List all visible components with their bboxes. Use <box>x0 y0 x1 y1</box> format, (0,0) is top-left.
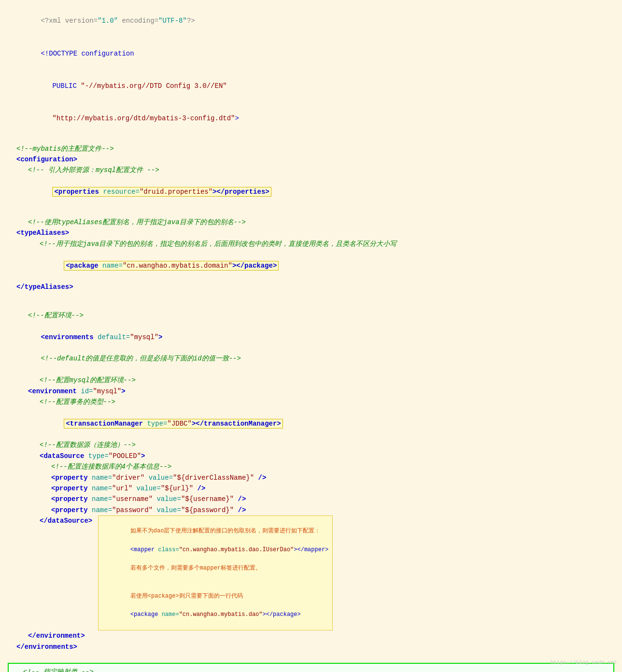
code-area: <?xml version="1.0" encoding="UTF-8"?> <… <box>8 5 614 672</box>
code-envsc: </environments> <box>16 642 614 652</box>
line-pkg-domain: <package name="cn.wanghao.mybatis.domain… <box>8 249 614 282</box>
line-comment-4info: <!--配置连接数据库的4个基本信息--> <box>8 461 614 472</box>
code-pusr: <property name="username" value="${usern… <box>16 494 614 504</box>
line-ta-open: <typeAliases> <box>8 228 614 238</box>
code-1: <?xml version="1.0" encoding="UTF-8"?> <box>16 5 614 37</box>
line-env-close: </environment> <box>8 630 614 641</box>
line-comment-mysql: <!--配置mysql的配置环境--> <box>8 375 614 386</box>
code-c2: <!-- 引入外部资源：mysql配置文件 --> <box>16 165 614 175</box>
line-prop-password: <property name="password" value="${passw… <box>8 505 614 515</box>
code-d2: PUBLIC "-//mybatis.org//DTD Config 3.0//… <box>16 70 614 102</box>
code-cmappers: <!-- 指定映射类 --> <box>23 667 608 672</box>
line-1: <?xml version="1.0" encoding="UTF-8"?> <box>8 5 614 37</box>
code-p: <properties resource="druid.properties">… <box>16 176 614 208</box>
line-doctype2: PUBLIC "-//mybatis.org//DTD Config 3.0//… <box>8 70 614 102</box>
empty-2 <box>8 208 614 217</box>
code-c4info: <!--配置连接数据库的4个基本信息--> <box>16 461 614 472</box>
line-comment-tx: <!--配置事务的类型--> <box>8 397 614 407</box>
line-doctype3: "http://mybatis.org/dtd/mybatis-3-config… <box>8 102 614 135</box>
code-cfg: <configuration> <box>16 154 614 165</box>
line-comment-env: <!--配置环境--> <box>8 310 614 321</box>
line-comment-ds: <!--配置数据源（连接池）--> <box>8 440 614 450</box>
code-d3: "http://mybatis.org/dtd/mybatis-3-config… <box>16 102 614 135</box>
line-comment-talong: <!--用于指定java目录下的包的别名，指定包的别名后，后面用到改包中的类时，… <box>8 239 614 249</box>
code-c1: <!--mybatis的主配置文件--> <box>16 143 614 154</box>
line-envs-close: </environments> <box>8 642 614 652</box>
line-ds-close: </dataSource> 如果不为dao层下使用注解配置的接口的包取别名，则需… <box>8 515 614 630</box>
watermark: https://blog.csdn.net <box>550 658 617 667</box>
code-talong: <!--用于指定java目录下的包的别名，指定包的别名后，后面用到改包中的类时，… <box>16 239 614 249</box>
code-env: <environments default="mysql"> <!--defau… <box>16 321 614 375</box>
code-purl: <property name="url" value="${url}" /> <box>16 483 614 494</box>
code-txmgr: <transactionManager type="JDBC"></transa… <box>16 407 614 440</box>
line-doctype1: <!DOCTYPE configuration <box>8 37 614 70</box>
code-ds: <dataSource type="POOLED"> <box>16 451 614 461</box>
code-emysql: <environment id="mysql"> <box>16 386 614 397</box>
code-pdrv: <property name="driver" value="${driverC… <box>16 472 614 483</box>
mappers-section: <!-- 指定映射类 --> <mappers> 如果注解是方式，则是为dao层… <box>8 663 614 672</box>
line-prop-url: <property name="url" value="${url}" /> <box>8 483 614 494</box>
tooltip-datasource: 如果不为dao层下使用注解配置的接口的包取别名，则需要进行如下配置： <mapp… <box>98 515 333 630</box>
line-comment-mappers: <!-- 指定映射类 --> <box>14 667 608 672</box>
line-comment-ta: <!--使用typeAliases配置别名，用于指定java目录下的包的别名--… <box>8 217 614 228</box>
code-envc: </environment> <box>16 630 614 641</box>
line-prop-driver: <property name="driver" value="${driverC… <box>8 472 614 483</box>
empty-4 <box>8 301 614 310</box>
code-cenv: <!--配置环境--> <box>16 310 614 321</box>
line-properties: <properties resource="druid.properties">… <box>8 176 614 208</box>
empty-3 <box>8 293 614 301</box>
empty-5 <box>8 652 614 661</box>
line-env-mysql: <environment id="mysql"> <box>8 386 614 397</box>
code-d1: <!DOCTYPE configuration <box>16 37 614 70</box>
code-cds: <!--配置数据源（连接池）--> <box>16 440 614 450</box>
code-cta: <!--使用typeAliases配置别名，用于指定java目录下的包的别名--… <box>16 217 614 228</box>
line-txmgr: <transactionManager type="JDBC"></transa… <box>8 407 614 440</box>
code-tac: </typeAliases> <box>16 282 614 292</box>
line-comment1: <!--mybatis的主配置文件--> <box>8 143 614 154</box>
empty-1 <box>8 135 614 143</box>
line-comment2: <!-- 引入外部资源：mysql配置文件 --> <box>8 165 614 175</box>
code-ppwd: <property name="password" value="${passw… <box>16 505 614 515</box>
line-config-open: <configuration> <box>8 154 614 165</box>
line-ta-close: </typeAliases> <box>8 282 614 292</box>
line-environments: <environments default="mysql"> <!--defau… <box>8 321 614 375</box>
line-prop-username: <property name="username" value="${usern… <box>8 494 614 504</box>
code-ctx: <!--配置事务的类型--> <box>16 397 614 407</box>
code-pkgd: <package name="cn.wanghao.mybatis.domain… <box>16 249 614 282</box>
code-ta: <typeAliases> <box>16 228 614 238</box>
code-dsc: </dataSource> 如果不为dao层下使用注解配置的接口的包取别名，则需… <box>16 515 614 630</box>
code-cmysql: <!--配置mysql的配置环境--> <box>16 375 614 386</box>
line-datasource: <dataSource type="POOLED"> <box>8 451 614 461</box>
